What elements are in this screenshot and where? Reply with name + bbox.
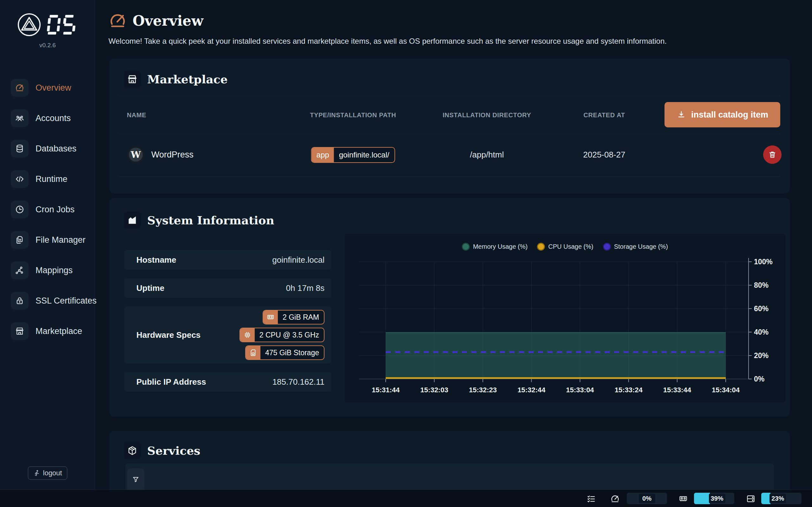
ram-icon [266, 313, 275, 321]
sidebar-item-label: File Manager [36, 235, 86, 245]
gauge-icon [15, 83, 24, 93]
trash-icon [768, 150, 777, 159]
users-icon [15, 113, 24, 123]
delete-row-button[interactable] [763, 146, 781, 164]
logout-run-icon [33, 469, 40, 476]
memory-meter-fill [694, 493, 710, 504]
column-header-type: TYPE/INSTALLATION PATH [310, 112, 396, 119]
sidebar-item-label: Databases [36, 144, 77, 154]
services-title: Services [147, 444, 200, 457]
svg-text:15:33:44: 15:33:44 [663, 386, 692, 394]
chart-plot: 0%20%40%60%80%100%15:31:4415:32:0315:32:… [345, 234, 785, 402]
ram-icon [678, 494, 688, 504]
hardware-specs-label: Hardware Specs [136, 330, 200, 340]
task-list-icon[interactable] [587, 494, 596, 504]
svg-text:0%: 0% [754, 375, 764, 383]
svg-text:15:34:04: 15:34:04 [712, 386, 740, 394]
app-version: v0.2.6 [0, 42, 95, 49]
cpu-usage-meter: 0% [627, 493, 667, 504]
uptime-value: 0h 17m 8s [286, 283, 324, 293]
storage-icon [249, 349, 257, 357]
sidebar-item-cron-jobs[interactable]: Cron Jobs [11, 201, 95, 218]
code-icon [15, 174, 24, 184]
sidebar: v0.2.6 Overview Accounts Databases Runti… [0, 0, 95, 490]
filter-button[interactable] [127, 468, 144, 490]
type-badge-label: app [312, 148, 334, 162]
gauge-icon [610, 494, 620, 504]
resource-usage-chart: Memory Usage (%) CPU Usage (%) Storage U… [345, 234, 785, 402]
sidebar-item-label: Overview [36, 83, 71, 93]
sidebar-item-marketplace[interactable]: Marketplace [11, 322, 95, 340]
hostname-label: Hostname [136, 255, 176, 265]
sidebar-nav: Overview Accounts Databases Runtime Cron… [0, 79, 95, 353]
cpu-badge: 2 CPU @ 3.5 GHz [240, 328, 324, 342]
ram-badge: 2 GiB RAM [263, 310, 324, 325]
infinite-os-logo-icon [17, 13, 41, 37]
column-header-created: CREATED AT [583, 112, 625, 119]
brand-logo: v0.2.6 [0, 13, 95, 49]
system-information-section: System Information Hostname goinfinite.l… [109, 198, 790, 417]
sidebar-item-label: Mappings [36, 266, 72, 275]
hardware-badges: 2 GiB RAM 2 CPU @ 3.5 GHz 475 GiB Storag… [240, 310, 324, 360]
logout-label: logout [43, 469, 62, 477]
store-icon [127, 74, 138, 84]
installation-path: goinfinite.local/ [334, 148, 395, 162]
sidebar-item-label: Marketplace [36, 326, 82, 336]
hardware-specs-row: Hardware Specs 2 GiB RAM 2 CPU @ 3.5 GHz… [124, 306, 332, 363]
main-content: Overview Welcome! Take a quick peek at y… [95, 0, 812, 490]
cpu-usage-value: 0% [639, 494, 655, 503]
install-catalog-item-button[interactable]: install catalog item [664, 102, 780, 127]
sidebar-item-overview[interactable]: Overview [11, 79, 95, 97]
files-icon [15, 235, 24, 245]
os-wordmark-icon [44, 15, 78, 35]
storage-usage-meter: 23% [761, 493, 802, 504]
public-ip-row: Public IP Address 185.70.162.11 [124, 372, 332, 392]
marketplace-section: Marketplace NAME TYPE/INSTALLATION PATH … [109, 59, 790, 193]
svg-text:100%: 100% [754, 258, 773, 266]
area-chart-icon [127, 215, 138, 226]
svg-text:15:31:44: 15:31:44 [372, 386, 400, 394]
storage-usage-value: 23% [769, 494, 786, 503]
gauge-icon [108, 11, 127, 30]
hostname-value: goinfinite.local [272, 255, 324, 265]
sidebar-item-file-manager[interactable]: File Manager [11, 231, 95, 249]
column-header-directory: INSTALLATION DIRECTORY [443, 112, 531, 119]
uptime-row: Uptime 0h 17m 8s [124, 278, 332, 298]
app-screen: v0.2.6 Overview Accounts Databases Runti… [0, 0, 812, 507]
divider [119, 96, 780, 96]
database-icon [15, 144, 24, 153]
storage-badge: 475 GiB Storage [245, 345, 324, 360]
sidebar-item-runtime[interactable]: Runtime [11, 170, 95, 188]
sidebar-item-databases[interactable]: Databases [11, 140, 95, 158]
svg-text:15:32:23: 15:32:23 [469, 386, 497, 394]
network-icon [15, 266, 24, 275]
divider [119, 176, 780, 177]
download-icon [676, 110, 686, 119]
sidebar-item-mappings[interactable]: Mappings [11, 262, 95, 279]
uptime-label: Uptime [136, 283, 164, 293]
svg-text:15:32:44: 15:32:44 [517, 386, 546, 394]
public-ip-label: Public IP Address [136, 377, 206, 387]
drive-icon [746, 494, 756, 504]
sidebar-item-accounts[interactable]: Accounts [11, 109, 95, 127]
divider [119, 134, 780, 134]
sidebar-item-label: Accounts [36, 113, 71, 123]
sidebar-item-ssl-certificates[interactable]: SSL Certificates [11, 292, 95, 309]
clock-icon [15, 205, 24, 214]
hostname-row: Hostname goinfinite.local [124, 250, 332, 270]
store-icon [15, 326, 24, 336]
svg-text:60%: 60% [754, 304, 768, 313]
svg-text:15:33:24: 15:33:24 [615, 386, 643, 394]
wordpress-logo: W [127, 146, 145, 164]
filter-icon [132, 475, 140, 483]
sidebar-item-label: Runtime [36, 174, 67, 184]
type-installation-path-badge: app goinfinite.local/ [311, 147, 395, 163]
cpu-icon [243, 331, 252, 339]
page-title: Overview [133, 13, 203, 29]
page-header: Overview Welcome! Take a quick peek at y… [108, 11, 667, 46]
logout-button[interactable]: logout [28, 466, 67, 480]
services-toolbar [125, 463, 774, 490]
memory-usage-meter: 39% [694, 493, 734, 504]
page-subtitle: Welcome! Take a quick peek at your insta… [108, 37, 667, 46]
svg-text:20%: 20% [754, 351, 768, 360]
